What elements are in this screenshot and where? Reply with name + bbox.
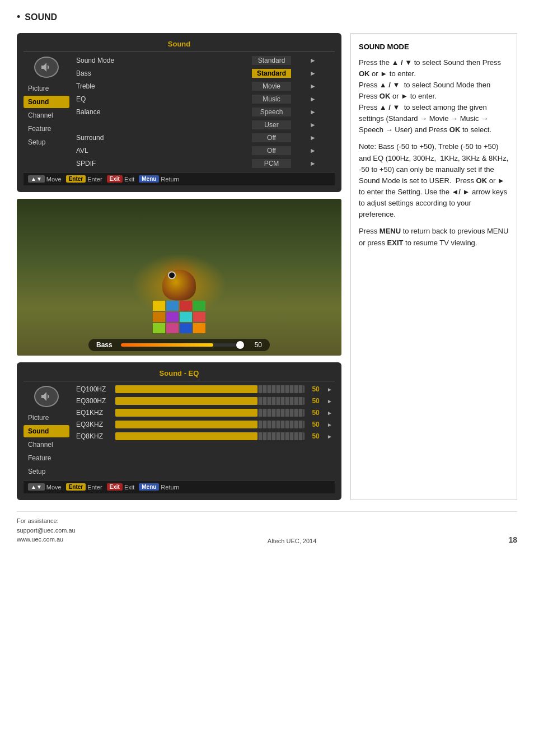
- photo-panel: Bass 50: [17, 199, 341, 356]
- eq-row-3khz: EQ3KHZ 50 ►: [74, 419, 335, 430]
- bass-value: 50: [249, 341, 262, 349]
- sound-menu-screen: Sound Picture Sound Channel Feature Setu…: [17, 33, 341, 192]
- sound-icon: [34, 57, 59, 78]
- footer-line2: support@uec.com.au: [17, 526, 76, 535]
- eq-row-300hz: EQ300HZ 50 ►: [74, 395, 335, 407]
- sidebar-item-setup-2[interactable]: Setup: [24, 465, 69, 478]
- page-header: • SOUND: [17, 11, 517, 23]
- menu-footer-2: ▲▼ Move Enter Enter Exit Exit Menu Retur…: [24, 480, 335, 493]
- menu-list-1: Sound Mode Standard ► Bass Standard ►: [74, 54, 335, 170]
- menu-row-user: User ►: [74, 119, 335, 131]
- footer-move: ▲▼ Move: [28, 175, 62, 183]
- sidebar-2: Picture Sound Channel Feature Setup: [24, 384, 74, 478]
- menu-footer-1: ▲▼ Move Enter Enter Exit Exit Menu Retur…: [24, 172, 335, 185]
- eq-menu-screen: Sound - EQ Picture Sound Channel Feature…: [17, 362, 341, 500]
- sidebar-item-setup[interactable]: Setup: [24, 136, 69, 148]
- sidebar-item-picture[interactable]: Picture: [24, 82, 69, 95]
- sidebar-item-feature-2[interactable]: Feature: [24, 452, 69, 464]
- page-title: SOUND: [25, 12, 57, 22]
- sidebar-item-channel[interactable]: Channel: [24, 109, 69, 122]
- menu-row-surround: Surround Off ►: [74, 132, 335, 144]
- left-column: Sound Picture Sound Channel Feature Setu…: [17, 33, 341, 500]
- footer-enter: Enter Enter: [66, 175, 102, 183]
- bullet-icon: •: [17, 11, 20, 23]
- footer-exit-2: Exit Exit: [107, 483, 135, 491]
- instructions-title: SOUND MODE: [359, 41, 509, 53]
- sidebar-item-picture-2[interactable]: Picture: [24, 412, 69, 424]
- menu-row-balance: Balance Speech ►: [74, 106, 335, 118]
- bass-fill: [121, 343, 213, 347]
- footer-exit: Exit Exit: [107, 175, 135, 183]
- sound-icon-2: [34, 386, 59, 407]
- instructions-panel: SOUND MODE Press the ▲ / ▼ to select Sou…: [350, 33, 517, 500]
- menu-row-bass: Bass Standard ►: [74, 67, 335, 80]
- bass-track: [121, 343, 244, 347]
- sidebar-item-sound[interactable]: Sound: [24, 96, 69, 108]
- footer-line1: For assistance:: [17, 516, 76, 526]
- eq-row-100hz: EQ100HZ 50 ►: [74, 384, 335, 395]
- instructions-para-2: Note: Bass (-50 to +50), Treble (-50 to …: [359, 141, 509, 220]
- bass-bar: Bass 50: [88, 339, 270, 351]
- sidebar-item-feature[interactable]: Feature: [24, 123, 69, 135]
- bass-knob: [236, 341, 244, 349]
- menu-title-2: Sound - EQ: [24, 367, 335, 381]
- menu-row-avl: AVL Off ►: [74, 144, 335, 157]
- footer-company: Altech UEC, 2014: [268, 538, 316, 544]
- photo-bird: [162, 270, 196, 301]
- footer-return-2: Menu Return: [139, 483, 179, 491]
- menu-title-1: Sound: [24, 38, 335, 52]
- menu-row-eq: EQ Music ►: [74, 93, 335, 105]
- eq-row-1khz: EQ1KHZ 50 ►: [74, 407, 335, 418]
- footer-page-number: 18: [508, 535, 517, 544]
- bass-label: Bass: [96, 341, 116, 349]
- instructions-para-3: Press MENU to return back to previous ME…: [359, 226, 509, 248]
- footer-line3: www.uec.com.au: [17, 535, 76, 544]
- page-footer: For assistance: support@uec.com.au www.u…: [17, 511, 517, 544]
- photo-content: [17, 199, 341, 356]
- eq-row-8khz: EQ8KHZ 50 ►: [74, 431, 335, 442]
- photo-squares: [153, 301, 205, 333]
- footer-contact: For assistance: support@uec.com.au www.u…: [17, 516, 76, 544]
- instructions-para-1: Press the ▲ / ▼ to select Sound then Pre…: [359, 57, 509, 136]
- sidebar-1: Picture Sound Channel Feature Setup: [24, 54, 74, 170]
- footer-move-2: ▲▼ Move: [28, 483, 62, 491]
- main-layout: Sound Picture Sound Channel Feature Setu…: [17, 33, 517, 500]
- footer-enter-2: Enter Enter: [66, 483, 102, 491]
- footer-return: Menu Return: [139, 175, 179, 183]
- menu-row-spdif: SPDIF PCM ►: [74, 157, 335, 170]
- sidebar-item-channel-2[interactable]: Channel: [24, 438, 69, 451]
- menu-row-treble: Treble Movie ►: [74, 80, 335, 92]
- eq-list: EQ100HZ 50 ► EQ300HZ: [74, 384, 335, 478]
- sidebar-item-sound-2[interactable]: Sound: [24, 425, 69, 437]
- menu-row-soundmode: Sound Mode Standard ►: [74, 54, 335, 67]
